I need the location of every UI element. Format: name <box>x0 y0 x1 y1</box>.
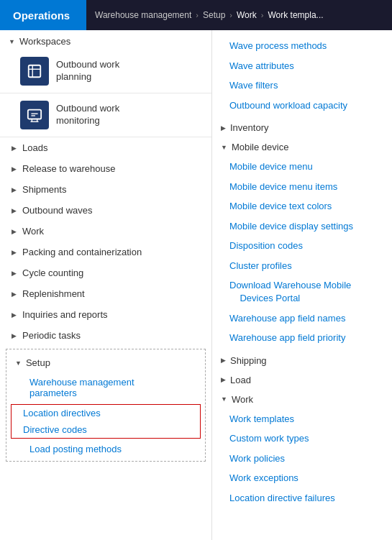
work-section-triangle <box>221 395 227 403</box>
shipping-header[interactable]: Shipping <box>212 351 392 370</box>
workspace-planning-icon <box>20 57 49 86</box>
breadcrumb-warehouse-mgmt[interactable]: Warehouse management <box>95 10 191 20</box>
link-download-warehouse-mobile[interactable]: Download Warehouse Mobile Devices Portal <box>212 275 392 308</box>
main-layout: Workspaces Outbound workplanning <box>0 30 392 540</box>
loads-triangle <box>12 145 17 152</box>
cycle-counting-triangle <box>12 270 17 277</box>
svg-rect-3 <box>28 110 41 119</box>
link-custom-work-types[interactable]: Custom work types <box>212 429 392 449</box>
shipping-label: Shipping <box>230 355 267 366</box>
setup-location-directives[interactable]: Location directives <box>12 405 200 421</box>
nav-packing[interactable]: Packing and containerization <box>0 242 211 262</box>
nav-periodic-tasks-label: Periodic tasks <box>22 330 81 341</box>
breadcrumb-sep-1: › <box>196 11 199 19</box>
breadcrumb-setup[interactable]: Setup <box>203 10 225 20</box>
link-mobile-device-menu-items[interactable]: Mobile device menu items <box>212 177 392 197</box>
link-warehouse-app-field-names[interactable]: Warehouse app field names <box>212 308 392 329</box>
setup-label: Setup <box>26 357 50 368</box>
link-mobile-device-text-colors[interactable]: Mobile device text colors <box>212 196 392 216</box>
workspace-monitoring-label: Outbound workmonitoring <box>56 103 119 127</box>
nav-cycle-counting-label: Cycle counting <box>22 267 83 278</box>
top-nav: Operations Warehouse management › Setup … <box>0 0 392 30</box>
link-wave-attributes[interactable]: Wave attributes <box>212 56 392 76</box>
periodic-tasks-triangle <box>12 332 17 339</box>
nav-release-label: Release to warehouse <box>22 163 115 174</box>
link-outbound-workload[interactable]: Outbound workload capacity <box>212 96 392 116</box>
nav-shipments-label: Shipments <box>22 184 66 195</box>
nav-work-label: Work <box>22 226 44 237</box>
nav-outbound-waves[interactable]: Outbound waves <box>0 200 211 221</box>
breadcrumb-work[interactable]: Work <box>237 10 257 20</box>
nav-packing-label: Packing and containerization <box>22 247 142 257</box>
link-mobile-device-display-settings[interactable]: Mobile device display settings <box>212 216 392 237</box>
workspaces-header[interactable]: Workspaces <box>0 30 211 50</box>
link-wave-process-methods[interactable]: Wave process methods <box>212 36 392 56</box>
link-location-directive-failures[interactable]: Location directive failures <box>212 488 392 508</box>
workspaces-label: Workspaces <box>19 36 70 47</box>
load-header[interactable]: Load <box>212 370 392 390</box>
breadcrumb-sep-2: › <box>229 11 232 19</box>
nav-inquiries[interactable]: Inquiries and reports <box>0 304 211 325</box>
workspace-outbound-planning[interactable]: Outbound workplanning <box>0 50 211 93</box>
release-triangle <box>12 165 17 173</box>
nav-work[interactable]: Work <box>0 221 211 242</box>
link-mobile-device-menu[interactable]: Mobile device menu <box>212 157 392 177</box>
nav-shipments[interactable]: Shipments <box>0 179 211 200</box>
work-triangle <box>12 228 17 235</box>
workspace-outbound-monitoring[interactable]: Outbound workmonitoring <box>0 93 211 137</box>
nav-replenishment-label: Replenishment <box>22 288 85 299</box>
link-wave-filters[interactable]: Wave filters <box>212 75 392 96</box>
setup-triangle <box>15 360 22 367</box>
workspaces-triangle <box>9 38 15 45</box>
shipments-triangle <box>12 186 17 193</box>
workspace-monitoring-icon <box>20 101 49 129</box>
link-cluster-profiles[interactable]: Cluster profiles <box>212 256 392 276</box>
setup-load-posting[interactable]: Load posting methods <box>6 440 205 458</box>
nav-inquiries-label: Inquiries and reports <box>22 309 108 320</box>
workspace-planning-label: Outbound workplanning <box>56 59 119 83</box>
nav-cycle-counting[interactable]: Cycle counting <box>0 262 211 283</box>
work-section: Work Work templates Custom work types Wo… <box>212 390 392 508</box>
inventory-label: Inventory <box>230 122 268 133</box>
mobile-device-header[interactable]: Mobile device <box>212 137 392 157</box>
work-section-header[interactable]: Work <box>212 390 392 409</box>
link-work-exceptions[interactable]: Work exceptions <box>212 468 392 488</box>
nav-loads[interactable]: Loads <box>0 137 211 158</box>
setup-header[interactable]: Setup <box>6 352 205 373</box>
load-label: Load <box>230 375 251 385</box>
nav-periodic-tasks[interactable]: Periodic tasks <box>0 325 211 346</box>
breadcrumb: Warehouse management › Setup › Work › Wo… <box>86 10 332 20</box>
packing-triangle <box>12 249 17 256</box>
right-panel: Wave process methods Wave attributes Wav… <box>212 30 392 540</box>
outbound-waves-triangle <box>12 207 17 214</box>
nav-replenishment[interactable]: Replenishment <box>0 283 211 304</box>
setup-directive-codes[interactable]: Directive codes <box>12 421 200 438</box>
setup-warehouse-params[interactable]: Warehouse managementparameters <box>6 373 205 402</box>
mobile-device-label: Mobile device <box>232 142 289 152</box>
setup-section: Setup Warehouse managementparameters Loc… <box>6 349 206 462</box>
nav-loads-label: Loads <box>22 142 47 153</box>
mobile-device-triangle <box>221 144 227 151</box>
brand-logo[interactable]: Operations <box>0 0 86 30</box>
link-work-templates[interactable]: Work templates <box>212 409 392 429</box>
inventory-header[interactable]: Inventory <box>212 118 392 137</box>
inquiries-triangle <box>12 311 17 319</box>
shipping-triangle <box>221 357 226 364</box>
nav-outbound-waves-label: Outbound waves <box>22 205 93 216</box>
load-triangle <box>221 376 226 383</box>
breadcrumb-sep-3: › <box>261 11 264 19</box>
sidebar: Workspaces Outbound workplanning <box>0 30 212 540</box>
link-disposition-codes[interactable]: Disposition codes <box>212 236 392 256</box>
replenishment-triangle <box>12 290 17 298</box>
nav-release-to-warehouse[interactable]: Release to warehouse <box>0 158 211 179</box>
inventory-triangle <box>221 124 226 132</box>
svg-rect-0 <box>29 65 41 78</box>
mobile-device-section: Mobile device Mobile device menu Mobile … <box>212 137 392 347</box>
link-work-policies[interactable]: Work policies <box>212 449 392 469</box>
breadcrumb-work-template[interactable]: Work templa... <box>268 10 323 20</box>
work-section-label: Work <box>232 394 253 405</box>
link-warehouse-app-field-priority[interactable]: Warehouse app field priority <box>212 328 392 348</box>
wave-section: Wave process methods Wave attributes Wav… <box>212 36 392 115</box>
